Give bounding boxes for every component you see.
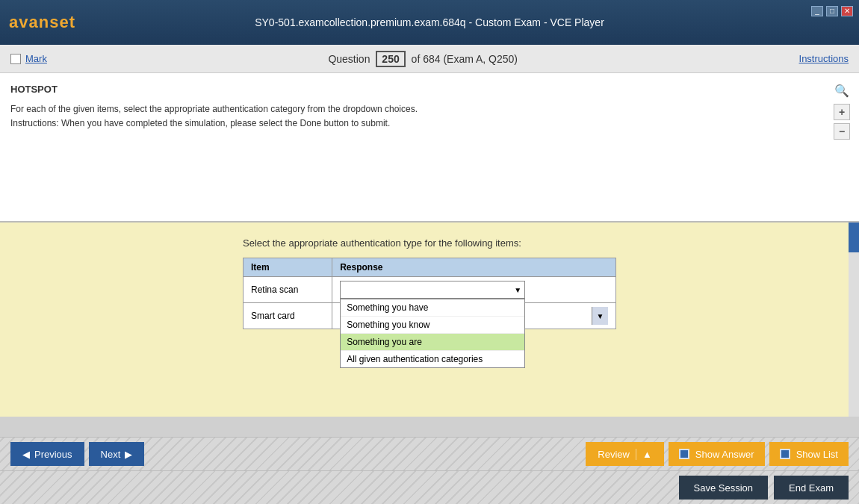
window-controls[interactable]: _ □ ✕ [811, 6, 853, 16]
scrollbar[interactable] [849, 223, 859, 417]
question-prefix: Question [328, 53, 370, 65]
show-answer-icon [679, 449, 689, 459]
review-button[interactable]: Review ▲ [586, 442, 664, 466]
question-text: For each of the given items, select the … [10, 102, 822, 131]
prev-arrow-icon: ◀ [22, 449, 30, 460]
retina-scan-dropdown-container: ▼ Something you have Something you know … [340, 281, 608, 299]
row-item-label: Retina scan [244, 277, 332, 303]
review-label: Review [598, 449, 630, 460]
app-logo: avanset [9, 13, 75, 32]
question-type-label: HOTSPOT [10, 84, 822, 95]
dropdown-arrow-icon: ▼ [514, 286, 521, 294]
logo-text-main: avan [9, 13, 49, 31]
question-line1: For each of the given items, select the … [10, 102, 822, 116]
simulation-table: Item Response Retina scan ▼ [243, 258, 616, 329]
question-number-display: Question 250 of 684 (Exam A, Q250) [328, 51, 518, 67]
window-title: SY0-501.examcollection.premium.exam.684q… [255, 16, 604, 28]
row-response-cell: ▼ Something you have Something you know … [332, 277, 616, 303]
close-button[interactable]: ✕ [841, 6, 853, 16]
instructions-link[interactable]: Instructions [799, 53, 849, 64]
previous-button[interactable]: ◀ Previous [10, 442, 84, 466]
end-exam-button[interactable]: End Exam [774, 476, 849, 500]
retina-scan-dropdown-trigger[interactable]: ▼ [340, 281, 525, 299]
simulation-title: Select the appropriate authentication ty… [243, 237, 616, 249]
col-response-header: Response [332, 258, 616, 277]
search-icon[interactable]: 🔍 [834, 84, 849, 98]
dropdown-arrow-icon: ▼ [592, 307, 608, 325]
maximize-button[interactable]: □ [826, 6, 838, 16]
dropdown-option-something-you-know[interactable]: Something you know [341, 317, 524, 334]
mark-area: Mark [10, 53, 47, 64]
col-item-header: Item [244, 258, 332, 277]
mark-checkbox[interactable] [10, 54, 21, 64]
show-answer-label: Show Answer [695, 449, 754, 460]
row-item-label: Smart card [244, 303, 332, 329]
question-suffix: of 684 (Exam A, Q250) [412, 53, 518, 65]
table-row: Retina scan ▼ Something you have Somethi… [244, 277, 616, 303]
save-session-button[interactable]: Save Session [679, 476, 769, 500]
logo-highlight: set [49, 13, 75, 31]
scrollbar-thumb[interactable] [849, 223, 859, 252]
zoom-in-button[interactable]: + [834, 104, 850, 120]
next-arrow-icon: ▶ [125, 449, 132, 460]
question-line2: Instructions: When you have completed th… [10, 116, 822, 131]
mark-label[interactable]: Mark [25, 53, 47, 64]
previous-label: Previous [34, 449, 72, 460]
bottom-nav: ◀ Previous Next ▶ Review ▲ Show Answer S… [0, 437, 859, 470]
question-num-box: 250 [376, 51, 405, 67]
dropdown-option-something-you-have[interactable]: Something you have [341, 299, 524, 317]
title-bar: avanset SY0-501.examcollection.premium.e… [0, 0, 859, 45]
question-header: Mark Question 250 of 684 (Exam A, Q250) … [0, 45, 859, 73]
question-content: HOTSPOT For each of the given items, sel… [0, 73, 859, 223]
show-answer-button[interactable]: Show Answer [669, 442, 765, 466]
retina-scan-dropdown-list: Something you have Something you know So… [340, 299, 525, 368]
show-list-icon [780, 449, 790, 459]
show-list-label: Show List [796, 449, 838, 460]
next-label: Next [101, 449, 121, 460]
show-list-button[interactable]: Show List [769, 442, 849, 466]
next-button[interactable]: Next ▶ [89, 442, 145, 466]
dropdown-option-all-given[interactable]: All given authentication categories [341, 351, 524, 367]
simulation-content: Select the appropriate authentication ty… [243, 237, 616, 402]
review-arrow-icon: ▲ [636, 449, 652, 460]
minimize-button[interactable]: _ [811, 6, 823, 16]
zoom-controls: 🔍 + − [834, 84, 850, 140]
dropdown-option-something-you-are[interactable]: Something you are [341, 334, 524, 351]
save-end-bar: Save Session End Exam [0, 470, 859, 504]
zoom-out-button[interactable]: − [834, 123, 850, 140]
simulation-area: Select the appropriate authentication ty… [0, 223, 859, 417]
